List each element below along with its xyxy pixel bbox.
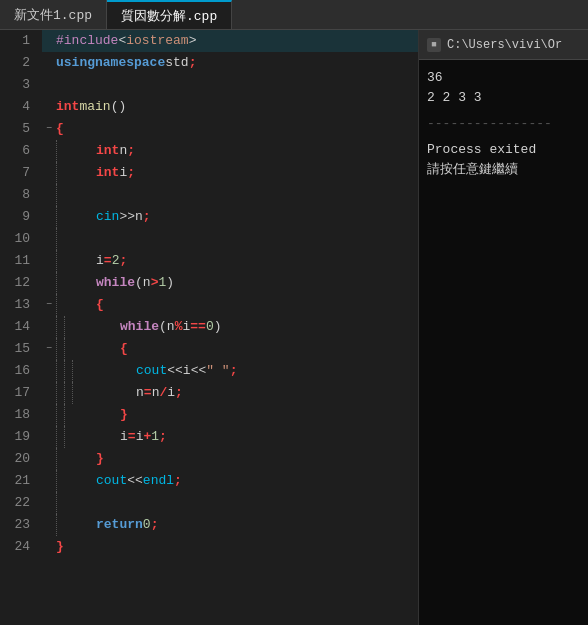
code-line: return 0; bbox=[42, 514, 418, 536]
code-lines: #include<iostream> using namespace std; … bbox=[38, 30, 418, 625]
code-line: − { bbox=[42, 338, 418, 360]
code-line: i = i+1; bbox=[42, 426, 418, 448]
terminal-panel: ■ C:\Users\vivi\Or 36 2 2 3 3 ----------… bbox=[418, 30, 588, 625]
terminal-icon: ■ bbox=[427, 38, 441, 52]
tab-bar: 新文件1.cpp 質因數分解.cpp bbox=[0, 0, 588, 30]
terminal-title-bar: ■ C:\Users\vivi\Or bbox=[419, 30, 588, 60]
code-line bbox=[42, 228, 418, 250]
code-line: cout << endl; bbox=[42, 470, 418, 492]
code-line: n = n/i; bbox=[42, 382, 418, 404]
editor-panel: 1234 5678 9101112 13141516 17181920 2122… bbox=[0, 30, 418, 625]
code-line: } bbox=[42, 536, 418, 558]
code-line: cin >> n; bbox=[42, 206, 418, 228]
terminal-chinese-line: 請按任意鍵繼續 bbox=[427, 160, 580, 180]
code-line: cout << i << " "; bbox=[42, 360, 418, 382]
fold-icon-5[interactable]: − bbox=[42, 118, 56, 140]
fold-icon-13[interactable]: − bbox=[42, 294, 56, 316]
code-line bbox=[42, 74, 418, 96]
code-line: int i; bbox=[42, 162, 418, 184]
terminal-output-line1: 36 bbox=[427, 68, 580, 88]
terminal-content[interactable]: 36 2 2 3 3 ---------------- Process exit… bbox=[419, 60, 588, 188]
code-line: while( n > 1 ) bbox=[42, 272, 418, 294]
main-area: 1234 5678 9101112 13141516 17181920 2122… bbox=[0, 30, 588, 625]
code-line: int n; bbox=[42, 140, 418, 162]
code-line: − { bbox=[42, 294, 418, 316]
code-line: i = 2; bbox=[42, 250, 418, 272]
code-line: − { bbox=[42, 118, 418, 140]
code-line: int main() bbox=[42, 96, 418, 118]
code-line: using namespace std; bbox=[42, 52, 418, 74]
terminal-separator: ---------------- bbox=[427, 114, 580, 134]
code-line: while( n%i == 0 ) bbox=[42, 316, 418, 338]
terminal-process-line: Process exited bbox=[427, 140, 580, 160]
code-line: } bbox=[42, 448, 418, 470]
terminal-output-line2: 2 2 3 3 bbox=[427, 88, 580, 108]
code-line bbox=[42, 492, 418, 514]
code-line: #include<iostream> bbox=[42, 30, 418, 52]
terminal-path-label: C:\Users\vivi\Or bbox=[447, 38, 562, 52]
line-numbers: 1234 5678 9101112 13141516 17181920 2122… bbox=[0, 30, 38, 625]
code-line: } bbox=[42, 404, 418, 426]
code-line bbox=[42, 184, 418, 206]
tab-new-file[interactable]: 新文件1.cpp bbox=[0, 0, 107, 29]
tab-factorization[interactable]: 質因數分解.cpp bbox=[107, 0, 232, 29]
fold-icon-15[interactable]: − bbox=[42, 338, 56, 360]
code-area[interactable]: 1234 5678 9101112 13141516 17181920 2122… bbox=[0, 30, 418, 625]
